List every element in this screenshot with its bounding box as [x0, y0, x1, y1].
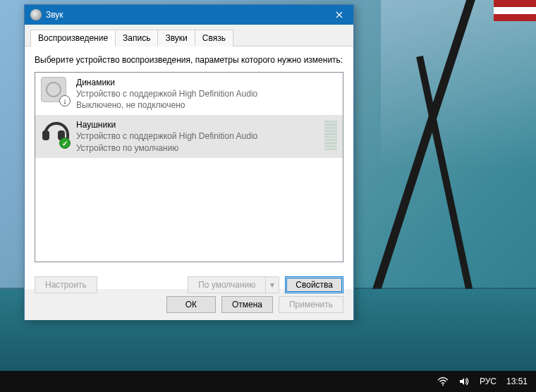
window-title: Звук — [46, 10, 325, 20]
tab-content: Выберите устройство воспроизведения, пар… — [25, 47, 353, 289]
dialog-footer: ОК Отмена Применить — [25, 289, 353, 320]
ok-button[interactable]: ОК — [166, 296, 216, 313]
speaker-icon — [41, 77, 69, 105]
device-desc: Устройство с поддержкой High Definition … — [76, 130, 317, 142]
device-name: Динамики — [76, 77, 337, 88]
tab-playback[interactable]: Воспроизведение — [30, 30, 116, 47]
sound-icon — [30, 9, 42, 20]
configure-button[interactable]: Настроить — [35, 276, 97, 293]
device-item-speakers[interactable]: Динамики Устройство с поддержкой High De… — [35, 73, 343, 116]
properties-button[interactable]: Свойства — [285, 276, 343, 293]
instruction-text: Выберите устройство воспроизведения, пар… — [35, 55, 343, 66]
default-badge-icon — [59, 137, 71, 149]
device-desc: Устройство с поддержкой High Definition … — [76, 88, 337, 99]
wallpaper-flag — [494, 0, 536, 21]
tab-comm[interactable]: Связь — [195, 30, 233, 47]
language-indicator[interactable]: РУС — [480, 376, 497, 386]
disabled-badge-icon — [59, 95, 71, 106]
level-meter — [324, 121, 337, 150]
device-status: Устройство по умолчанию — [76, 142, 317, 154]
device-list[interactable]: Динамики Устройство с поддержкой High De… — [35, 72, 343, 262]
device-item-headphones[interactable]: Наушники Устройство с поддержкой High De… — [35, 115, 343, 158]
close-button[interactable] — [325, 5, 353, 25]
volume-icon[interactable] — [458, 376, 470, 386]
cancel-button[interactable]: Отмена — [221, 296, 273, 313]
chevron-down-icon[interactable]: ▾ — [265, 276, 279, 293]
close-icon — [336, 11, 343, 18]
headphones-icon — [41, 119, 69, 147]
default-button[interactable]: По умолчанию — [188, 276, 265, 293]
tabstrip: Воспроизведение Запись Звуки Связь — [25, 25, 353, 47]
titlebar[interactable]: Звук — [25, 5, 353, 25]
sound-dialog: Звук Воспроизведение Запись Звуки Связь … — [24, 4, 354, 320]
tab-record[interactable]: Запись — [115, 30, 158, 47]
device-buttons-row: Настроить По умолчанию ▾ Свойства — [35, 262, 343, 293]
default-split-button[interactable]: По умолчанию ▾ — [188, 276, 279, 293]
taskbar[interactable]: РУС 13:51 — [0, 371, 536, 392]
device-status: Выключено, не подключено — [76, 99, 337, 111]
wifi-icon[interactable] — [437, 376, 449, 386]
clock[interactable]: 13:51 — [506, 376, 528, 386]
tab-sounds[interactable]: Звуки — [157, 30, 195, 47]
apply-button[interactable]: Применить — [279, 296, 343, 313]
device-name: Наушники — [76, 119, 317, 130]
svg-point-0 — [442, 384, 444, 386]
